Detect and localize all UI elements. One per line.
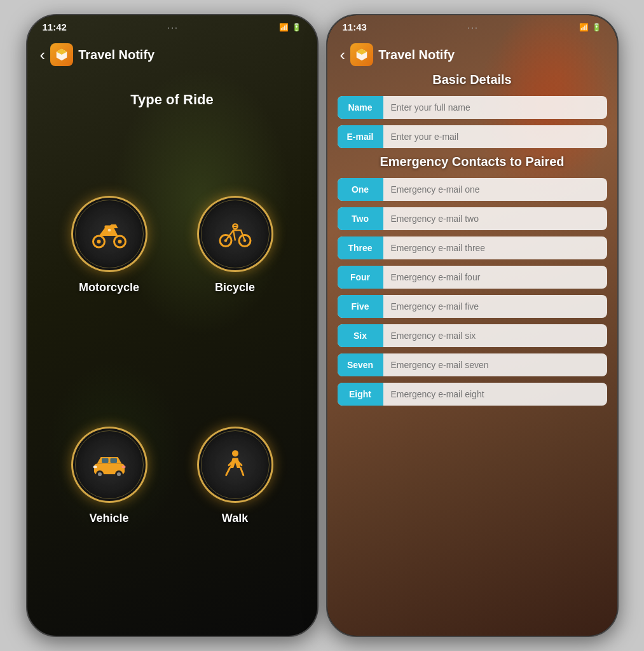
svg-point-6: [220, 235, 231, 247]
emergency-four-input[interactable]: [383, 266, 607, 289]
svg-point-16: [98, 472, 102, 476]
svg-point-10: [233, 224, 238, 229]
walk-icon: [216, 449, 254, 481]
right-phone: 11:43 ··· 📶 🔋 ‹ Travel Notify Basic Deta…: [326, 14, 619, 637]
svg-rect-19: [93, 466, 97, 469]
svg-point-5: [107, 229, 111, 232]
emergency-three-row[interactable]: Three: [338, 236, 607, 259]
left-app-logo: [50, 43, 73, 66]
right-status-icons: 📶 🔋: [579, 23, 601, 32]
left-phone: 11:42 ··· 📶 🔋 ‹ Travel Notify Type of Ri…: [26, 14, 319, 637]
ride-label-walk: Walk: [222, 512, 248, 525]
emergency-seven-row[interactable]: Seven: [338, 353, 607, 376]
right-app-logo: [350, 43, 373, 66]
emergency-seven-input[interactable]: [383, 353, 607, 376]
right-time: 11:43: [343, 22, 367, 32]
emergency-six-label: Six: [338, 324, 383, 347]
ride-label-bicycle: Bicycle: [215, 281, 255, 294]
emergency-one-input[interactable]: [383, 178, 607, 201]
ride-circle-motorcycle: [71, 196, 147, 272]
email-field-row[interactable]: E-mail: [338, 125, 607, 148]
left-dots: ···: [167, 22, 179, 32]
ride-label-motorcycle: Motorcycle: [79, 281, 139, 294]
emergency-three-label: Three: [338, 236, 383, 259]
svg-point-9: [243, 239, 246, 242]
ride-item-walk[interactable]: Walk: [179, 367, 292, 585]
left-app-title: Travel Notify: [78, 48, 154, 62]
svg-point-21: [232, 450, 238, 456]
email-input[interactable]: [383, 125, 607, 148]
emergency-four-label: Four: [338, 266, 383, 289]
bicycle-icon: [216, 218, 254, 250]
emergency-four-row[interactable]: Four: [338, 266, 607, 289]
ride-item-vehicle[interactable]: Vehicle: [53, 367, 166, 585]
emergency-five-input[interactable]: [383, 295, 607, 318]
left-nav-bar: ‹ Travel Notify: [27, 38, 317, 71]
ride-page-title: Type of Ride: [27, 92, 317, 108]
svg-point-1: [97, 240, 100, 243]
ride-item-motorcycle[interactable]: Motorcycle: [53, 136, 166, 354]
vehicle-icon: [90, 449, 128, 481]
email-label: E-mail: [338, 125, 383, 148]
right-battery-icon: 🔋: [592, 23, 601, 32]
svg-rect-20: [121, 466, 125, 469]
basic-details-title: Basic Details: [338, 72, 607, 87]
left-time: 11:42: [43, 22, 67, 32]
ride-item-bicycle[interactable]: Bicycle: [179, 136, 292, 354]
right-nav-bar: ‹ Travel Notify: [327, 38, 617, 71]
ride-circle-walk: [197, 427, 273, 503]
name-field-row[interactable]: Name: [338, 96, 607, 119]
emergency-eight-row[interactable]: Eight: [338, 383, 607, 406]
emergency-five-label: Five: [338, 295, 383, 318]
ride-grid: Motorcycle Bi: [27, 123, 317, 598]
right-status-bar: 11:43 ··· 📶 🔋: [327, 15, 617, 35]
form-area: Basic Details Name E-mail Emergency Cont…: [327, 72, 617, 636]
battery-icon: 🔋: [292, 23, 301, 32]
svg-point-3: [118, 240, 121, 243]
emergency-eight-input[interactable]: [383, 383, 607, 406]
emergency-one-row[interactable]: One: [338, 178, 607, 201]
emergency-eight-label: Eight: [338, 383, 383, 406]
svg-point-2: [114, 236, 125, 247]
left-back-button[interactable]: ‹: [40, 45, 46, 65]
svg-point-7: [224, 239, 227, 242]
emergency-six-row[interactable]: Six: [338, 324, 607, 347]
svg-rect-12: [94, 464, 125, 475]
svg-rect-14: [110, 458, 117, 463]
left-status-bar: 11:42 ··· 📶 🔋: [27, 15, 317, 35]
emergency-two-row[interactable]: Two: [338, 207, 607, 230]
svg-point-15: [96, 470, 104, 478]
wifi-icon: 📶: [279, 23, 289, 32]
name-label: Name: [338, 96, 383, 119]
name-input[interactable]: [383, 96, 607, 119]
right-app-title: Travel Notify: [378, 48, 455, 62]
svg-rect-13: [102, 458, 109, 463]
right-wifi-icon: 📶: [579, 23, 589, 32]
emergency-three-input[interactable]: [383, 236, 607, 259]
svg-point-8: [239, 235, 250, 247]
svg-rect-4: [104, 226, 113, 229]
left-status-icons: 📶 🔋: [279, 23, 301, 32]
motorcycle-icon: [90, 218, 128, 250]
ride-label-vehicle: Vehicle: [89, 512, 128, 525]
svg-point-0: [93, 236, 104, 247]
svg-point-18: [117, 472, 121, 476]
emergency-one-label: One: [338, 178, 383, 201]
svg-point-17: [115, 470, 123, 478]
emergency-two-input[interactable]: [383, 207, 607, 230]
right-back-button[interactable]: ‹: [340, 45, 346, 65]
emergency-five-row[interactable]: Five: [338, 295, 607, 318]
ride-circle-bicycle: [197, 196, 273, 272]
emergency-six-input[interactable]: [383, 324, 607, 347]
emergency-contacts-title: Emergency Contacts to Paired: [338, 154, 607, 169]
emergency-seven-label: Seven: [338, 353, 383, 376]
emergency-two-label: Two: [338, 207, 383, 230]
ride-circle-vehicle: [71, 427, 147, 503]
right-dots: ···: [467, 22, 479, 32]
